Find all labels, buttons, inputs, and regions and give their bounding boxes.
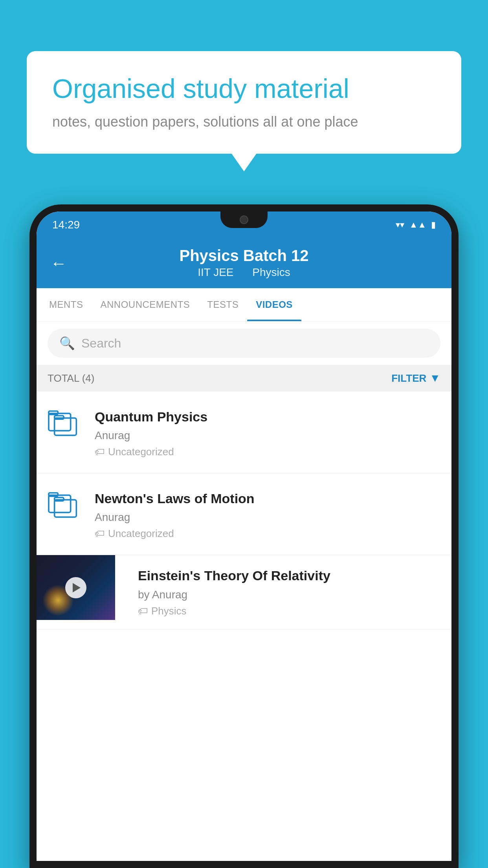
video-thumbnail [37, 555, 115, 620]
video-tag: 🏷 Uncategorized [95, 446, 440, 458]
battery-icon: ▮ [431, 220, 436, 230]
list-item[interactable]: Quantum Physics Anurag 🏷 Uncategorized [37, 392, 451, 473]
bubble-title: Organised study material [52, 73, 436, 105]
svg-rect-2 [55, 418, 77, 435]
speech-bubble-container: Organised study material notes, question… [27, 51, 461, 154]
header-subtitle-iitjee: IIT JEE [198, 266, 233, 278]
video-list: Quantum Physics Anurag 🏷 Uncategorized [37, 392, 451, 629]
tab-videos[interactable]: VIDEOS [247, 288, 301, 321]
tab-ments[interactable]: MENTS [40, 288, 92, 321]
filter-button[interactable]: FILTER ▼ [391, 372, 440, 384]
header-subtitle: IIT JEE Physics [52, 266, 436, 279]
tag-icon: 🏷 [138, 605, 148, 617]
tag-label: Uncategorized [108, 528, 174, 540]
header-subtitle-physics: Physics [252, 266, 290, 278]
video-author: by Anurag [138, 588, 440, 601]
video-info: Quantum Physics Anurag 🏷 Uncategorized [95, 406, 440, 458]
filter-funnel-icon: ▼ [429, 372, 440, 384]
phone-screen: 14:29 ▾▾ ▲▲ ▮ ← Physics Batch 12 IIT JEE… [37, 211, 451, 861]
status-time: 14:29 [52, 219, 80, 231]
tag-icon: 🏷 [95, 528, 105, 540]
wifi-icon: ▾▾ [396, 220, 404, 230]
play-button-icon[interactable] [65, 577, 86, 598]
video-info: Newton's Laws of Motion Anurag 🏷 Uncateg… [95, 488, 440, 540]
tab-tests[interactable]: TESTS [198, 288, 247, 321]
status-bar: 14:29 ▾▾ ▲▲ ▮ [37, 211, 451, 238]
speech-bubble: Organised study material notes, question… [27, 51, 461, 154]
tag-label: Physics [151, 605, 187, 617]
video-author: Anurag [95, 511, 440, 524]
notch [220, 211, 268, 228]
list-item[interactable]: Newton's Laws of Motion Anurag 🏷 Uncateg… [37, 473, 451, 555]
tag-icon: 🏷 [95, 446, 105, 458]
search-container: 🔍 Search [37, 322, 451, 365]
app-header: ← Physics Batch 12 IIT JEE Physics [37, 238, 451, 288]
header-title: Physics Batch 12 [52, 247, 436, 265]
camera-icon [240, 215, 248, 224]
status-icons: ▾▾ ▲▲ ▮ [396, 220, 436, 230]
folder-icon [48, 488, 83, 531]
bubble-subtitle: notes, question papers, solutions all at… [52, 114, 436, 130]
total-count: TOTAL (4) [48, 372, 94, 384]
play-triangle-icon [73, 583, 81, 592]
video-title: Einstein's Theory Of Relativity [138, 567, 440, 584]
video-tag: 🏷 Physics [138, 605, 440, 617]
video-title: Quantum Physics [95, 408, 440, 425]
video-info: Einstein's Theory Of Relativity by Anura… [127, 555, 451, 629]
tag-label: Uncategorized [108, 446, 174, 458]
back-button[interactable]: ← [50, 254, 67, 273]
filter-bar: TOTAL (4) FILTER ▼ [37, 365, 451, 392]
search-box[interactable]: 🔍 Search [48, 329, 440, 358]
list-item[interactable]: Einstein's Theory Of Relativity by Anura… [37, 555, 451, 629]
filter-label: FILTER [391, 372, 426, 384]
video-author: Anurag [95, 429, 440, 442]
folder-icon [48, 406, 83, 450]
tab-bar: MENTS ANNOUNCEMENTS TESTS VIDEOS [37, 288, 451, 322]
tab-announcements[interactable]: ANNOUNCEMENTS [92, 288, 199, 321]
video-tag: 🏷 Uncategorized [95, 528, 440, 540]
signal-icon: ▲▲ [409, 220, 426, 230]
phone-frame: 14:29 ▾▾ ▲▲ ▮ ← Physics Batch 12 IIT JEE… [29, 204, 459, 868]
search-icon: 🔍 [59, 336, 75, 351]
svg-rect-6 [55, 500, 77, 517]
video-title: Newton's Laws of Motion [95, 490, 440, 507]
search-input[interactable]: Search [81, 336, 121, 351]
